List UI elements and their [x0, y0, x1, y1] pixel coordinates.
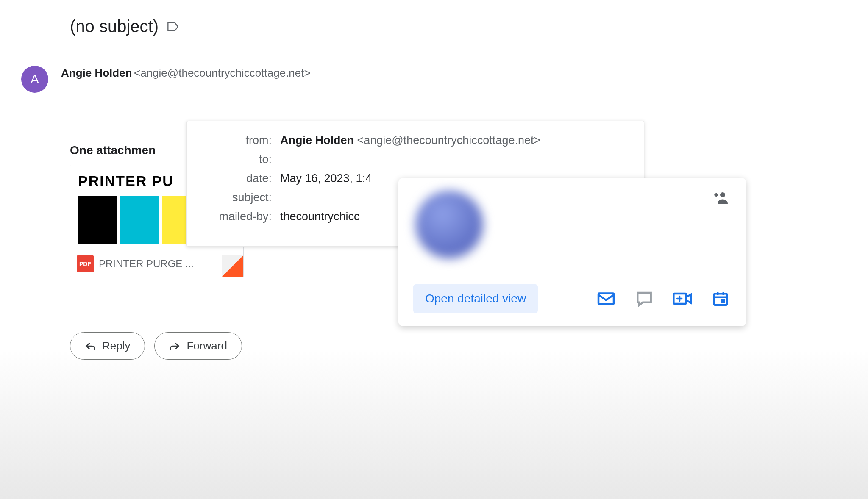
sender-avatar[interactable]: A	[21, 66, 48, 93]
reply-icon	[85, 341, 96, 351]
email-subject: (no subject)	[70, 17, 159, 36]
sender-email: <angie@thecountrychiccottage.net>	[134, 67, 311, 79]
contact-avatar[interactable]	[415, 191, 483, 258]
add-contact-button[interactable]	[711, 190, 729, 207]
pdf-badge-icon: PDF	[77, 255, 94, 272]
detail-from-name: Angie Holden	[280, 134, 354, 147]
svg-rect-1	[598, 293, 614, 304]
forward-icon	[169, 341, 180, 351]
detail-from-email: <angie@thecountrychiccottage.net>	[357, 134, 541, 147]
detail-mailedby-label: mailed-by:	[204, 210, 280, 223]
contact-hover-card: Open detailed view	[398, 178, 746, 326]
reply-button[interactable]: Reply	[70, 332, 145, 360]
detail-date-value: May 16, 2023, 1:4	[280, 172, 372, 185]
svg-rect-4	[721, 299, 725, 303]
svg-rect-3	[714, 294, 727, 305]
color-block-cyan	[120, 196, 159, 244]
attachment-filename: PRINTER PURGE ...	[99, 258, 194, 270]
detail-to-label: to:	[204, 153, 280, 166]
detail-from-label: from:	[204, 134, 280, 147]
video-call-icon[interactable]	[672, 288, 693, 309]
calendar-icon[interactable]	[710, 288, 731, 309]
detail-subject-label: subject:	[204, 191, 280, 204]
label-tag-icon[interactable]	[167, 22, 179, 32]
page-fold-icon	[222, 255, 243, 277]
sender-name[interactable]: Angie Holden	[61, 67, 132, 79]
chat-icon[interactable]	[634, 288, 655, 309]
forward-label: Forward	[186, 339, 227, 352]
forward-button[interactable]: Forward	[154, 332, 242, 360]
svg-point-0	[720, 192, 725, 197]
reply-label: Reply	[102, 339, 130, 352]
email-icon[interactable]	[595, 288, 617, 309]
open-detailed-view-button[interactable]: Open detailed view	[413, 284, 538, 313]
color-block-black	[78, 196, 117, 244]
detail-date-label: date:	[204, 172, 280, 185]
detail-mailedby-value: thecountrychicc	[280, 210, 360, 223]
